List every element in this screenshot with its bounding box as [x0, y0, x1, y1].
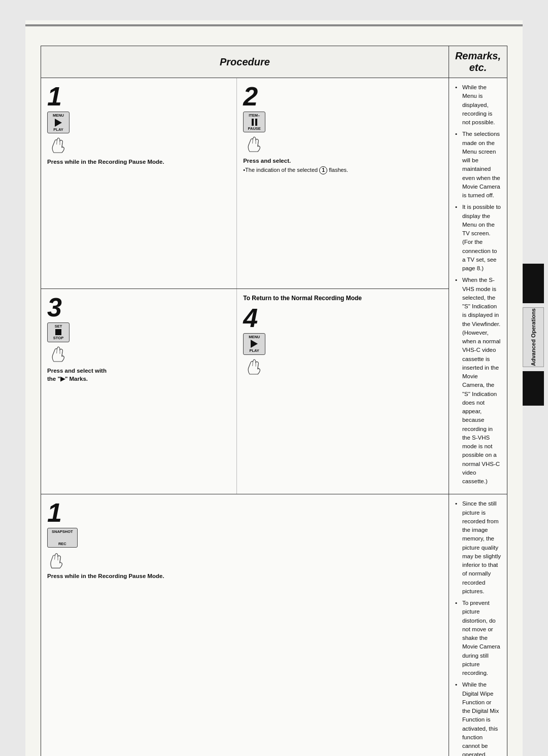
- step3-caption: Press and select withthe "▶" Marks.: [47, 367, 230, 383]
- remark1-4: When the S-VHS mode is selected, the "S"…: [455, 276, 501, 486]
- step4-btn-icon: [251, 340, 258, 348]
- step2-btn-bottom: PAUSE: [248, 127, 261, 131]
- section1-row: 1 MENU PLAY: [41, 78, 507, 289]
- remark3-3: While the Digital Wipe Function or the D…: [455, 680, 501, 756]
- step2-caption: Press and select.: [243, 157, 442, 165]
- remarks1-cell: While the Menu is displayed, recording i…: [449, 78, 507, 494]
- step1-btn-outer: MENU PLAY: [47, 112, 70, 133]
- hand1-icon: [47, 134, 73, 155]
- step3-button: SET STOP: [47, 322, 230, 364]
- sidebar-black-top: [523, 264, 544, 303]
- svg-line-12: [55, 556, 55, 560]
- step1-cell: 1 MENU PLAY: [41, 78, 237, 289]
- remarks3-cell: Since the still picture is recorded from…: [449, 494, 507, 756]
- play-triangle2-icon: [251, 340, 258, 348]
- circle-1: 1: [319, 166, 327, 174]
- step2-btn-outer: ITEM– PAUSE: [243, 112, 265, 132]
- snapshot-btn-outer: SNAPSHOT REC: [47, 528, 78, 548]
- remark3-2: To prevent picture distortion, do not mo…: [455, 599, 501, 677]
- snapshot-caption: Press while in the Recording Pause Mode.: [47, 572, 442, 580]
- remarks3-text: Since the still picture is recorded from…: [455, 499, 501, 756]
- step3-cell: 3 SET STOP: [41, 289, 237, 494]
- step2-number: 2: [243, 83, 442, 110]
- step2-btn-icon: [252, 119, 257, 126]
- header-remarks: Remarks, etc.: [449, 46, 507, 78]
- step4-btn-top: MENU: [249, 335, 260, 339]
- instruction-table: Procedure Remarks, etc. 1: [41, 46, 507, 756]
- snapshot-btn-top: SNAPSHOT: [52, 530, 73, 534]
- step1-caption: Press while in the Recording Pause Mode.: [47, 158, 230, 166]
- step1-number: 1: [47, 83, 230, 110]
- snapshot-button: SNAPSHOT REC: [47, 528, 442, 569]
- svg-line-9: [253, 362, 253, 366]
- snapshot-step-number: 1: [47, 499, 442, 526]
- stop-square-icon: [55, 329, 61, 335]
- remarks1-text: While the Menu is displayed, recording i…: [455, 83, 501, 486]
- hand3-icon: [47, 343, 73, 364]
- header-procedure: Procedure: [41, 46, 449, 78]
- pause-bar1: [252, 119, 254, 126]
- remark1-1: While the Menu is displayed, recording i…: [455, 83, 501, 127]
- step3-btn-top: SET: [55, 325, 62, 329]
- hand5-icon: [47, 549, 73, 569]
- step1-btn-top: MENU: [53, 114, 64, 118]
- sidebar-black-bottom: [523, 371, 544, 406]
- pause-bar2: [255, 119, 257, 126]
- remark1-2: The selections made on the Menu screen w…: [455, 130, 501, 200]
- step1-btn-bottom: PLAY: [53, 128, 63, 132]
- play-triangle-icon: [55, 119, 62, 127]
- return-label: To Return to the Normal Recording Mode: [243, 294, 442, 303]
- snapshot-btn-bottom: REC: [58, 542, 66, 546]
- step2-cell: 2 ITEM– PAUSE: [237, 78, 449, 289]
- step-snapshot-cell: 1 SNAPSHOT REC: [41, 494, 449, 756]
- remark1-3: It is possible to display the Menu on th…: [455, 203, 501, 273]
- step3-btn-icon: [55, 329, 61, 335]
- step1-btn-icon: [55, 119, 62, 127]
- hand2-icon: [243, 133, 268, 154]
- step4-btn-outer: MENU PLAY: [243, 333, 265, 355]
- section2-row: 3 SET STOP: [41, 289, 507, 494]
- sidebar-label-container: Advanced Operations: [523, 307, 544, 367]
- hand4-icon: [243, 356, 268, 376]
- step2-btn-top: ITEM–: [249, 114, 260, 118]
- remark3-1: Since the still picture is recorded from…: [455, 499, 501, 596]
- svg-line-3: [253, 139, 253, 143]
- section3-row: 1 SNAPSHOT REC: [41, 494, 507, 756]
- step4-number: 4: [243, 305, 442, 331]
- right-sidebar: Advanced Operations: [523, 264, 544, 406]
- svg-line-6: [57, 349, 57, 353]
- step2-subcaption: •The indication of the selected 1 flashe…: [243, 166, 442, 174]
- step3-btn-outer: SET STOP: [47, 322, 70, 342]
- step4-btn-bottom: PLAY: [250, 349, 259, 353]
- top-decorative-line: [25, 24, 523, 26]
- step4-button: MENU PLAY: [243, 333, 442, 376]
- step2-button: ITEM– PAUSE: [243, 112, 442, 154]
- step3-number: 3: [47, 294, 230, 320]
- svg-line-0: [57, 140, 57, 145]
- step3-btn-bottom: STOP: [53, 336, 63, 340]
- sidebar-label-text: Advanced Operations: [530, 308, 536, 366]
- step4-cell: To Return to the Normal Recording Mode 4…: [237, 289, 449, 494]
- step1-button: MENU PLAY: [47, 112, 230, 155]
